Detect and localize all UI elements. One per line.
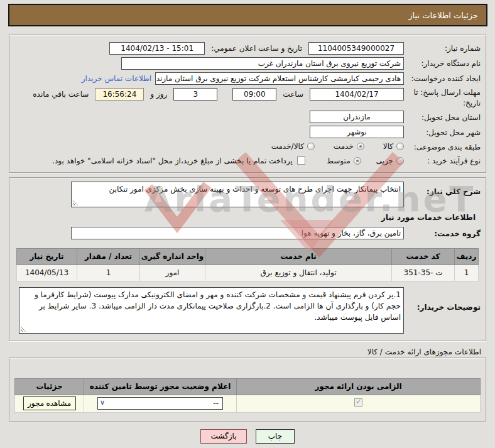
cell-permit-details: مشاهده مجوز <box>15 395 84 412</box>
creator-field[interactable]: هادی رحیمی کیارمشی کارشناس استعلام شرکت … <box>155 72 404 85</box>
radio-icon-selected[interactable] <box>357 143 364 150</box>
cell-permit-required <box>237 395 481 412</box>
province-field[interactable]: مازندران <box>310 111 404 123</box>
cell-date: 1404/05/13 <box>17 265 77 281</box>
col-header-permit-details: جزئیات <box>15 378 84 395</box>
permit-required-checkbox[interactable] <box>354 398 362 407</box>
remaining-label: ساعت باقي مانده <box>33 90 89 99</box>
radio-option-goods-service[interactable]: کالا/خدمت <box>271 142 315 151</box>
need-summary-label: شرح کلي نیاز: <box>404 182 481 197</box>
permit-status-select[interactable]: -- ∨ <box>97 397 223 410</box>
page-title: جزئیات اطلاعات نیاز <box>8 4 487 26</box>
process-type-row: نوع فرآیند خرید : جزیی متوسط پرداخت تمام… <box>14 154 481 168</box>
city-label: شهر محل تحویل: <box>404 126 481 138</box>
view-permit-button[interactable]: مشاهده مجوز <box>23 396 76 410</box>
need-number-field[interactable]: 1104005349000027 <box>308 42 404 55</box>
permits-table: الزامی بودن ارائه مجوز اعلام وضعیت مجوز … <box>14 378 481 413</box>
permit-status-value: -- <box>213 399 219 408</box>
cell-permit-status: -- ∨ <box>84 395 237 412</box>
col-header-name: نام خدمت <box>205 248 392 265</box>
service-group-row: گروه خدمت: تامین برق، گاز، بخار و تهویه … <box>14 226 481 241</box>
footer-actions: چاپ بازگشت <box>0 429 495 444</box>
buyer-org-row: نام دستگاه خریدار: شرکت توزیع نیروی برق … <box>14 56 481 70</box>
radio-icon[interactable] <box>396 157 404 165</box>
buyer-contact-link[interactable]: اطلاعات تماس خریدار <box>82 74 151 83</box>
buyer-notes-label: توضیحات خریدار: <box>404 287 481 313</box>
col-header-code: کد خدمت <box>392 248 455 265</box>
need-summary-row: شرح کلي نیاز: انتخاب پیمانکار جهت اجرای … <box>14 182 481 207</box>
creator-label: ایجاد کننده درخواست: <box>404 72 481 84</box>
col-header-index: ردیف <box>455 248 479 265</box>
province-label: استان محل تحویل: <box>404 111 481 123</box>
radio-option-label: کالا <box>383 142 393 151</box>
days-and-label: روز و <box>150 90 167 99</box>
service-group-label: گروه خدمت: <box>404 227 481 239</box>
col-header-unit: واحد اندازه گیری <box>140 248 205 265</box>
deadline-date-field[interactable]: 1404/02/17 <box>310 88 404 101</box>
need-number-label: شماره نیاز: <box>404 42 481 54</box>
city-field[interactable]: نوشهر <box>310 126 404 138</box>
days-remaining-field[interactable]: 3 <box>173 88 217 101</box>
classification-row: طبقه بندی موضوعی: کالا خدمت کالا/خدمت <box>14 140 481 153</box>
classification-label: طبقه بندی موضوعی: <box>404 141 481 153</box>
service-table: ردیف کد خدمت نام خدمت واحد اندازه گیری ت… <box>16 248 479 281</box>
radio-icon[interactable] <box>396 143 404 150</box>
treasury-note-label: پرداخت تمام یا بخشی از مبلغ خرید،از محل … <box>52 156 293 165</box>
buyer-org-field[interactable]: شرکت توزیع نیروی برق استان مازندران غرب <box>121 57 404 70</box>
radio-option-medium[interactable]: متوسط <box>327 156 361 165</box>
permits-section-title: اطلاعات مجوزهای ارائه خدمت / کالا <box>0 347 481 356</box>
province-row: استان محل تحویل: مازندران <box>14 110 481 124</box>
cell-unit: امور <box>140 265 205 281</box>
radio-option-label: خدمت <box>334 142 354 151</box>
deadline-label: مهلت ارسال پاسخ: تا تاریخ: <box>404 86 481 109</box>
radio-option-label: جزیی <box>376 156 393 165</box>
col-header-permit-status: اعلام وضعیت مجوز توسط تامین کننده <box>84 378 237 395</box>
buyer-notes-text: 1.پر کردن فرم پیشنهاد قیمت و مشخصات شرکت… <box>35 290 401 322</box>
city-row: شهر محل تحویل: نوشهر <box>14 125 481 139</box>
print-button[interactable]: چاپ <box>256 429 295 444</box>
service-table-row: 1 351-35- ت تولید، انتقال و توزیع برق ام… <box>17 265 479 281</box>
hour-label: ساعت <box>283 90 303 99</box>
cell-quantity: 1 <box>77 265 140 281</box>
buyer-notes-row: توضیحات خریدار: 1.پر کردن فرم پیشنهاد قی… <box>14 287 481 334</box>
deadline-time-field[interactable]: 09:00 <box>232 88 276 101</box>
col-header-quantity: تعداد / مقدار <box>77 248 140 265</box>
deadline-row: مهلت ارسال پاسخ: تا تاریخ: 1404/02/17 سا… <box>14 86 481 109</box>
need-summary-textarea[interactable]: انتخاب پیمانکار جهت اجرای طرح های توسعه … <box>71 182 404 207</box>
chevron-down-icon: ∨ <box>100 398 105 407</box>
announce-datetime-field[interactable]: 1404/02/13 - 15:01 <box>109 42 205 55</box>
col-header-date: تاریخ نیاز <box>17 248 77 265</box>
cell-index: 1 <box>455 265 479 281</box>
time-remaining-field: 16:56:24 <box>95 88 144 101</box>
radio-option-partial[interactable]: جزیی <box>376 156 404 165</box>
need-summary-text: انتخاب پیمانکار جهت اجرای طرح های توسعه … <box>109 185 401 194</box>
cell-code: 351-35- ت <box>392 265 455 281</box>
radio-option-label: کالا/خدمت <box>271 142 304 151</box>
back-button[interactable]: بازگشت <box>200 429 247 444</box>
cell-name: تولید، انتقال و توزیع برق <box>205 265 392 281</box>
service-table-header-row: ردیف کد خدمت نام خدمت واحد اندازه گیری ت… <box>17 248 479 265</box>
radio-icon[interactable] <box>307 143 315 150</box>
general-info-box: شماره نیاز: 1104005349000027 تاریخ و ساع… <box>9 35 486 173</box>
need-details-page: جزئیات اطلاعات نیاز شماره نیاز: 11040053… <box>0 4 495 444</box>
buyer-org-label: نام دستگاه خریدار: <box>404 57 481 69</box>
treasury-checkbox[interactable] <box>297 156 305 165</box>
permits-table-header-row: الزامی بودن ارائه مجوز اعلام وضعیت مجوز … <box>15 378 481 395</box>
radio-option-label: متوسط <box>327 156 351 165</box>
radio-option-goods[interactable]: کالا <box>383 142 404 151</box>
resize-handle-icon[interactable] <box>73 200 79 205</box>
permits-box: الزامی بودن ارائه مجوز اعلام وضعیت مجوز … <box>9 358 486 422</box>
permits-table-row: -- ∨ مشاهده مجوز <box>15 395 481 412</box>
radio-option-service[interactable]: خدمت <box>334 142 364 151</box>
process-type-label: نوع فرآیند خرید : <box>404 155 481 167</box>
need-number-row: شماره نیاز: 1104005349000027 تاریخ و ساع… <box>14 41 481 55</box>
buyer-notes-textarea[interactable]: 1.پر کردن فرم پیشنهاد قیمت و مشخصات شرکت… <box>19 287 404 334</box>
creator-row: ایجاد کننده درخواست: هادی رحیمی کیارمشی … <box>14 71 481 85</box>
radio-icon-selected[interactable] <box>354 157 361 165</box>
services-box: شرح کلي نیاز: انتخاب پیمانکار جهت اجرای … <box>9 177 486 341</box>
announce-datetime-label: تاریخ و ساعت اعلان عمومي: <box>211 44 302 53</box>
services-section-title: اطلاعات خدمات مورد نیاز <box>14 213 481 222</box>
service-group-field[interactable]: تامین برق، گاز، بخار و تهویه هوا <box>71 227 404 239</box>
col-header-permit-required: الزامی بودن ارائه مجوز <box>237 378 481 395</box>
resize-handle-icon[interactable] <box>21 326 26 332</box>
